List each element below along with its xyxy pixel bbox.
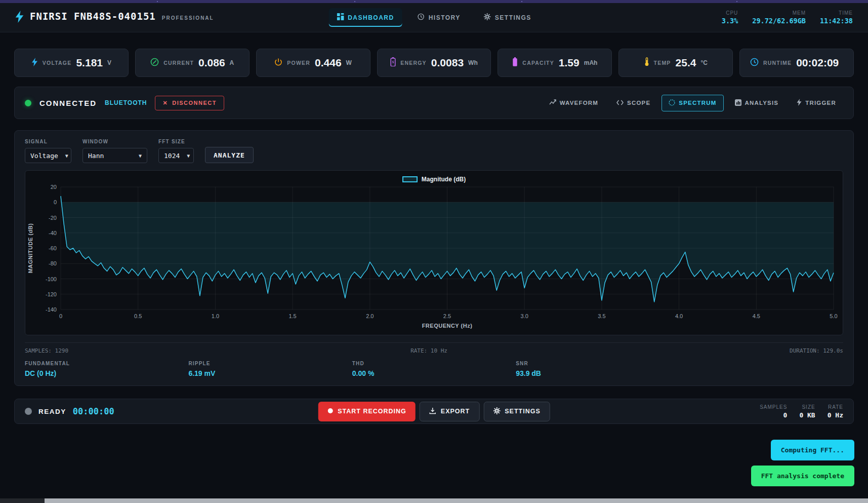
metric-label: CURRENT	[163, 60, 194, 66]
recorder-settings-label: SETTINGS	[505, 408, 541, 415]
recorder-samples-stat: SAMPLES 0	[760, 404, 787, 419]
recorder-settings-button[interactable]: SETTINGS	[483, 402, 550, 421]
horizontal-scrollbar	[0, 498, 868, 503]
energy-battery-bolt-icon	[390, 57, 396, 68]
tab-settings[interactable]: SETTINGS	[476, 8, 540, 27]
tab-dashboard[interactable]: DASHBOARD	[328, 8, 402, 27]
export-label: EXPORT	[441, 408, 470, 415]
svg-text:-40: -40	[49, 230, 57, 236]
gear-icon	[484, 13, 491, 22]
view-analysis-button[interactable]: ANALYSIS	[728, 95, 786, 111]
horizontal-scrollbar-thumb[interactable]	[45, 498, 868, 503]
recorder-rate-value: 0 Hz	[828, 411, 843, 419]
metric-capacity: CAPACITY 1.59 mAh	[498, 49, 612, 77]
metric-label: TEMP	[654, 60, 671, 66]
fft-size-select[interactable]: 1024 ▼	[158, 148, 194, 163]
snr-value: 93.9 dB	[516, 369, 679, 377]
cpu-value: 3.3%	[722, 17, 738, 25]
start-recording-button[interactable]: START RECORDING	[318, 402, 416, 421]
mem-label: MEM	[752, 10, 806, 16]
metric-unit: mAh	[584, 59, 598, 66]
view-waveform-button[interactable]: WAVEFORM	[542, 95, 605, 111]
svg-text:20: 20	[51, 184, 57, 190]
tab-history[interactable]: HISTORY	[409, 8, 469, 27]
svg-text:0: 0	[54, 199, 57, 205]
toast-computing-fft[interactable]: Computing FFT...	[771, 440, 854, 460]
svg-text:0: 0	[59, 313, 62, 319]
analyze-button[interactable]: ANALYZE	[205, 147, 254, 163]
svg-text:2.5: 2.5	[443, 313, 451, 319]
recorder-timer: 00:00:00	[73, 406, 114, 416]
tab-label: DASHBOARD	[348, 14, 394, 21]
view-label: SCOPE	[627, 100, 650, 106]
metric-energy: ENERGY 0.0083 Wh	[377, 49, 491, 77]
waveform-trend-icon	[549, 99, 556, 106]
view-spectrum-button[interactable]: SPECTRUM	[662, 95, 723, 111]
svg-text:4.0: 4.0	[675, 313, 683, 319]
cpu-label: CPU	[722, 10, 738, 16]
fundamental-result: FUNDAMENTAL DC (0 Hz)	[25, 361, 188, 377]
metric-value: 25.4	[676, 57, 696, 69]
toast-fft-complete[interactable]: FFT analysis complete	[751, 466, 854, 486]
current-gauge-icon	[150, 58, 159, 68]
chart-legend[interactable]: Magnitude (dB)	[25, 171, 843, 184]
fft-size-value: 1024	[164, 152, 180, 160]
connection-status-text: CONNECTED	[39, 99, 97, 107]
metric-unit: °C	[700, 59, 707, 66]
time-stat: TIME 11:42:38	[820, 10, 853, 25]
metric-current: CURRENT 0.086 A	[135, 49, 250, 77]
duration-stat: DURATION: 129.0s	[790, 347, 843, 354]
signal-label: SIGNAL	[25, 139, 71, 144]
history-clock-icon	[418, 13, 425, 22]
voltage-bolt-icon	[31, 58, 38, 68]
window-control: WINDOW Hann ▼	[82, 139, 147, 163]
app-logo-bolt-icon	[15, 11, 24, 25]
start-recording-label: START RECORDING	[338, 408, 406, 415]
recorder-samples-value: 0	[760, 411, 787, 419]
connection-transport: BLUETOOTH	[105, 99, 147, 106]
view-scope-button[interactable]: SCOPE	[609, 95, 657, 111]
svg-text:3.5: 3.5	[598, 313, 605, 319]
view-label: SPECTRUM	[679, 100, 716, 106]
svg-text:4.5: 4.5	[753, 313, 760, 319]
window-label: WINDOW	[82, 139, 147, 144]
bar-chart-icon	[735, 99, 741, 107]
thd-result: THD 0.00 %	[352, 361, 516, 377]
recorder-samples-label: SAMPLES	[760, 404, 787, 410]
signal-control: SIGNAL Voltage ▼	[25, 139, 71, 163]
samples-stat: SAMPLES: 1290	[25, 347, 68, 354]
connection-bar: CONNECTED BLUETOOTH ✕ DISCONNECT WAVEFOR…	[14, 87, 854, 119]
metric-label: CAPACITY	[522, 60, 554, 66]
svg-text:-100: -100	[46, 276, 57, 282]
view-trigger-button[interactable]: TRIGGER	[790, 94, 843, 111]
metric-value: 00:02:09	[796, 57, 839, 69]
runtime-clock-icon	[750, 58, 759, 68]
metric-temp: TEMP 25.4 °C	[618, 49, 733, 77]
view-label: TRIGGER	[805, 100, 836, 106]
metric-label: VOLTAGE	[43, 60, 72, 66]
view-mode-switcher: WAVEFORM SCOPE SPECTRUM ANALYSIS TRIGGER	[542, 94, 843, 111]
recorder-rate-stat: RATE 0 Hz	[828, 404, 843, 419]
metric-unit: A	[230, 59, 234, 66]
svg-text:0.5: 0.5	[134, 313, 142, 319]
gear-icon	[493, 407, 500, 416]
export-button[interactable]: EXPORT	[420, 402, 479, 421]
app-header: FNIRSI FNB48S-040151 PROFESSIONAL DASHBO…	[0, 3, 868, 32]
metric-voltage: VOLTAGE 5.181 V	[14, 49, 129, 77]
system-stats: CPU 3.3% MEM 29.72/62.69GB TIME 11:42:38	[722, 10, 853, 25]
recorder-status-text: READY	[38, 408, 66, 415]
svg-text:-80: -80	[49, 260, 57, 266]
signal-select[interactable]: Voltage ▼	[25, 148, 71, 163]
rate-stat: RATE: 10 Hz	[410, 347, 447, 354]
recorder-status-dot	[25, 408, 32, 415]
recorder-size-stat: SIZE 0 KB	[799, 404, 815, 419]
metric-value: 1.59	[559, 57, 580, 69]
toast-stack: Computing FFT... FFT analysis complete	[751, 440, 854, 486]
window-select[interactable]: Hann ▼	[82, 148, 147, 163]
capacity-battery-icon	[512, 57, 518, 68]
metric-value: 5.181	[76, 57, 103, 69]
ripple-result: RIPPLE 6.19 mV	[188, 361, 352, 377]
recorder-bar: READY 00:00:00 START RECORDING EXPORT SE…	[14, 399, 854, 424]
disconnect-button[interactable]: ✕ DISCONNECT	[155, 96, 224, 110]
time-value: 11:42:38	[820, 17, 853, 25]
